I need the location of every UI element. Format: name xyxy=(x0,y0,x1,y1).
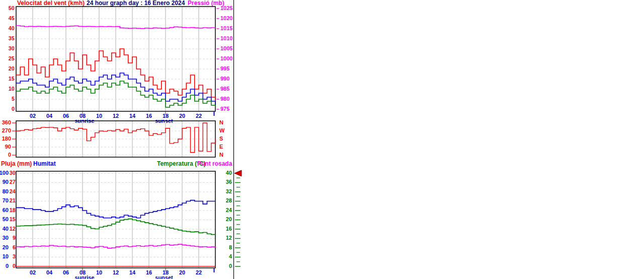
svg-text:14: 14 xyxy=(129,113,136,119)
svg-text:1010: 1010 xyxy=(220,35,232,41)
svg-text:24: 24 xyxy=(226,207,232,213)
svg-text:10: 10 xyxy=(3,253,9,259)
svg-text:04: 04 xyxy=(46,269,53,275)
svg-text:15: 15 xyxy=(9,76,15,82)
svg-text:32: 32 xyxy=(226,188,232,194)
svg-text:30: 30 xyxy=(10,170,16,176)
svg-text:0: 0 xyxy=(13,263,16,269)
svg-text:0: 0 xyxy=(8,152,11,158)
svg-text:0: 0 xyxy=(229,263,232,269)
svg-text:sunrise: sunrise xyxy=(74,274,94,279)
svg-text:20: 20 xyxy=(179,113,185,119)
svg-text:270: 270 xyxy=(2,127,11,133)
svg-text:20: 20 xyxy=(9,65,15,72)
svg-text:06: 06 xyxy=(63,113,69,119)
svg-text:N: N xyxy=(219,152,223,158)
svg-text:04: 04 xyxy=(46,113,53,119)
svg-text:14: 14 xyxy=(129,269,136,275)
svg-text:985: 985 xyxy=(220,86,229,92)
svg-text:990: 990 xyxy=(220,76,229,82)
svg-text:N: N xyxy=(219,119,223,125)
svg-text:24: 24 xyxy=(10,188,16,194)
svg-text:1025: 1025 xyxy=(220,5,232,11)
svg-text:995: 995 xyxy=(220,65,229,72)
svg-text:1015: 1015 xyxy=(220,25,232,31)
svg-text:30: 30 xyxy=(9,45,15,51)
svg-text:1005: 1005 xyxy=(220,45,232,51)
svg-text:40: 40 xyxy=(9,25,15,31)
svg-text:6: 6 xyxy=(13,244,16,250)
svg-text:980: 980 xyxy=(220,96,229,102)
svg-text:S: S xyxy=(219,135,223,142)
svg-text:25: 25 xyxy=(9,55,15,61)
weather-station-24h-graph: Velocitat del vent (kmh) 24 hour graph d… xyxy=(0,0,644,279)
svg-text:8: 8 xyxy=(229,244,232,250)
svg-text:02: 02 xyxy=(30,113,36,119)
svg-text:12: 12 xyxy=(226,235,232,241)
svg-text:20: 20 xyxy=(226,216,232,222)
svg-text:15: 15 xyxy=(10,216,16,222)
svg-text:45: 45 xyxy=(9,15,15,21)
svg-text:W: W xyxy=(219,127,225,133)
svg-text:3: 3 xyxy=(13,253,16,259)
svg-text:22: 22 xyxy=(196,269,202,275)
svg-text:9: 9 xyxy=(13,235,16,241)
svg-text:36: 36 xyxy=(226,179,232,185)
svg-text:60: 60 xyxy=(3,207,9,213)
svg-text:80: 80 xyxy=(3,188,9,194)
svg-text:30: 30 xyxy=(3,235,9,241)
svg-text:10: 10 xyxy=(96,269,102,275)
svg-text:28: 28 xyxy=(226,197,232,203)
svg-text:50: 50 xyxy=(3,216,9,222)
svg-text:22: 22 xyxy=(196,113,202,119)
svg-text:50: 50 xyxy=(9,5,15,11)
svg-text:90: 90 xyxy=(5,144,11,150)
svg-text:02: 02 xyxy=(30,269,36,275)
svg-text:12: 12 xyxy=(10,226,16,232)
svg-text:10: 10 xyxy=(9,86,15,92)
svg-text:1020: 1020 xyxy=(220,15,232,21)
svg-text:16: 16 xyxy=(146,113,152,119)
svg-text:40: 40 xyxy=(226,170,232,176)
svg-text:360: 360 xyxy=(2,119,11,125)
charts-svg: 0510152025303540455097598098599099510001… xyxy=(0,0,644,279)
svg-text:18: 18 xyxy=(10,207,16,213)
svg-text:90: 90 xyxy=(3,179,9,185)
svg-text:10: 10 xyxy=(96,113,102,119)
svg-text:35: 35 xyxy=(9,35,15,41)
svg-text:40: 40 xyxy=(3,226,9,232)
svg-text:16: 16 xyxy=(146,269,152,275)
svg-text:06: 06 xyxy=(63,269,69,275)
svg-text:sunset: sunset xyxy=(155,274,173,279)
svg-text:0: 0 xyxy=(6,263,9,269)
svg-text:5: 5 xyxy=(12,96,15,102)
svg-text:1000: 1000 xyxy=(220,55,232,61)
svg-text:100: 100 xyxy=(0,170,9,176)
svg-text:0: 0 xyxy=(12,106,15,112)
svg-text:180: 180 xyxy=(2,135,11,142)
svg-text:12: 12 xyxy=(113,269,119,275)
svg-text:E: E xyxy=(219,144,223,150)
svg-text:70: 70 xyxy=(3,197,9,203)
svg-text:21: 21 xyxy=(10,197,16,203)
svg-text:12: 12 xyxy=(113,113,119,119)
svg-text:4: 4 xyxy=(229,253,232,259)
svg-text:975: 975 xyxy=(220,106,229,112)
svg-text:20: 20 xyxy=(3,244,9,250)
svg-text:27: 27 xyxy=(10,179,16,185)
svg-text:16: 16 xyxy=(226,226,232,232)
svg-text:20: 20 xyxy=(179,269,185,275)
current-temperature-arrow-icon xyxy=(234,170,242,176)
